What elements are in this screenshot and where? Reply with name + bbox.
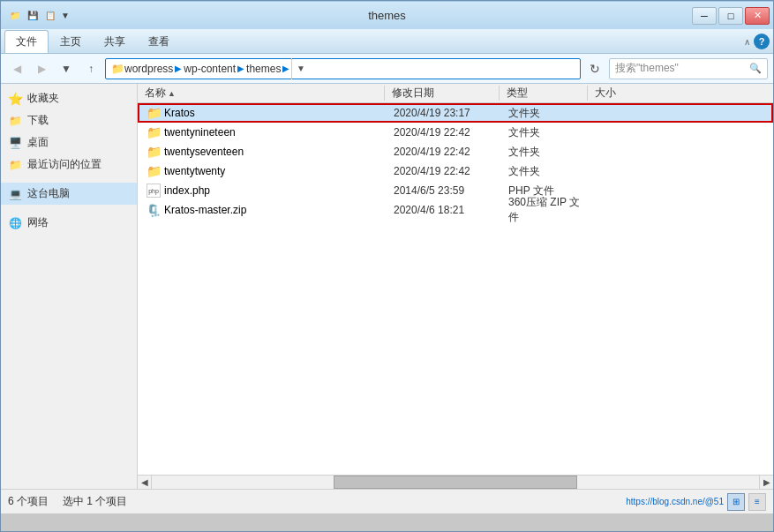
sidebar-item-thispc[interactable]: 💻 这台电脑 <box>1 183 137 205</box>
col-header-name[interactable]: 名称 ▲ <box>138 86 385 101</box>
item-count: 6 个项目 <box>8 494 49 509</box>
sidebar-item-favorites[interactable]: ⭐ 收藏夹 <box>1 87 137 109</box>
sidebar-label-favorites: 收藏夹 <box>27 91 59 106</box>
sidebar-item-recent[interactable]: 📁 最近访问的位置 <box>1 154 137 176</box>
tab-home[interactable]: 主页 <box>49 30 93 53</box>
breadcrumb-wpcontent[interactable]: wp-content <box>184 63 236 75</box>
tab-file[interactable]: 文件 <box>4 30 49 53</box>
sidebar-label-network: 网络 <box>27 215 49 230</box>
search-icon[interactable]: 🔍 <box>749 63 762 74</box>
qa-dropdown[interactable]: ▼ <box>61 11 70 20</box>
file-row-indexphp[interactable]: php index.php 2014/6/5 23:59 PHP 文件 <box>138 181 773 200</box>
dropdown-arrow[interactable]: ▼ <box>56 58 77 79</box>
file-row-twentynineteen[interactable]: 📁 twentynineteen 2020/4/19 22:42 文件夹 <box>138 123 773 142</box>
maximize-button[interactable]: □ <box>718 7 743 25</box>
php-icon: php <box>147 184 161 198</box>
horizontal-scrollbar[interactable]: ◀ ▶ <box>138 475 773 489</box>
breadcrumb-wordpress[interactable]: wordpress <box>124 63 173 75</box>
ribbon-right: ∧ ? <box>744 34 770 53</box>
forward-button[interactable]: ▶ <box>31 58 52 79</box>
address-box[interactable]: 📁 wordpress ▶ wp-content ▶ themes ▶ ▼ <box>105 58 581 79</box>
selected-count: 选中 1 个项目 <box>63 494 127 509</box>
file-name-twentynineteen: 📁 twentynineteen <box>139 125 387 139</box>
window: 📁 💾 📋 ▼ themes ─ □ ✕ 文件 主页 共享 查看 ∧ ? ◀ ▶… <box>0 0 774 532</box>
file-name-indexphp: php index.php <box>139 184 387 198</box>
title-bar: 📁 💾 📋 ▼ themes ─ □ ✕ <box>1 1 773 29</box>
sort-arrow-icon: ▲ <box>168 89 176 98</box>
file-date-indexphp: 2014/6/5 23:59 <box>387 184 501 197</box>
file-list: 📁 Kratos 2020/4/19 23:17 文件夹 📁 twentynin… <box>138 103 773 475</box>
zip-icon: 🗜️ <box>147 203 161 217</box>
sidebar-label-desktop: 桌面 <box>27 135 49 150</box>
address-dropdown-btn[interactable]: ▼ <box>291 58 309 79</box>
file-row-twentytwenty[interactable]: 📁 twentytwenty 2020/4/19 22:42 文件夹 <box>138 161 773 181</box>
sidebar: ⭐ 收藏夹 📁 下载 🖥️ 桌面 📁 最近访问的位置 💻 这台电脑 <box>1 84 138 489</box>
sidebar-item-network[interactable]: 🌐 网络 <box>1 212 137 234</box>
file-name-kratoszip: 🗜️ Kratos-master.zip <box>139 203 387 217</box>
recent-icon: 📁 <box>8 158 22 172</box>
titlebar-icon3[interactable]: 📋 <box>43 9 57 23</box>
status-url: https://blog.csdn.ne/@51 <box>626 497 724 506</box>
search-box[interactable]: 搜索"themes" 🔍 <box>609 58 768 79</box>
status-bar: 6 个项目 选中 1 个项目 https://blog.csdn.ne/@51 … <box>1 489 773 513</box>
file-type-twentytwenty: 文件夹 <box>501 164 590 179</box>
view-details-button[interactable]: ⊞ <box>727 493 745 511</box>
refresh-button[interactable]: ↻ <box>584 58 605 79</box>
scroll-thumb[interactable] <box>334 476 576 489</box>
col-header-size[interactable]: 大小 <box>588 86 773 101</box>
titlebar-icon2[interactable]: 💾 <box>26 9 40 23</box>
scroll-track[interactable] <box>152 476 759 489</box>
up-button[interactable]: ↑ <box>80 58 101 79</box>
breadcrumb-arrow-3: ▶ <box>282 64 289 73</box>
scroll-right-button[interactable]: ▶ <box>759 476 773 490</box>
file-name-twentytwenty: 📁 twentytwenty <box>139 164 387 178</box>
sidebar-item-downloads[interactable]: 📁 下载 <box>1 109 137 131</box>
window-title: themes <box>368 9 406 22</box>
file-name-kratos: 📁 Kratos <box>139 106 387 120</box>
sidebar-item-desktop[interactable]: 🖥️ 桌面 <box>1 131 137 154</box>
file-row-kratoszip[interactable]: 🗜️ Kratos-master.zip 2020/4/6 18:21 360压… <box>138 200 773 220</box>
breadcrumb-themes[interactable]: themes <box>246 63 281 75</box>
desktop-icon: 🖥️ <box>8 136 22 150</box>
file-type-twentyseventeen: 文件夹 <box>501 145 590 160</box>
column-header: 名称 ▲ 修改日期 类型 大小 <box>138 84 773 103</box>
col-header-type[interactable]: 类型 <box>500 86 588 101</box>
network-icon: 🌐 <box>8 216 22 230</box>
sidebar-label-downloads: 下载 <box>27 113 49 128</box>
file-area: 名称 ▲ 修改日期 类型 大小 📁 Kratos 2020/4/19 23:17… <box>138 84 773 489</box>
ribbon-tabs: 文件 主页 共享 查看 ∧ ? <box>1 29 773 54</box>
favorites-icon: ⭐ <box>8 92 22 106</box>
search-placeholder: 搜索"themes" <box>615 61 679 76</box>
file-name-twentyseventeen: 📁 twentyseventeen <box>139 145 387 159</box>
close-button[interactable]: ✕ <box>745 7 770 25</box>
thispc-icon: 💻 <box>8 187 22 201</box>
tab-view[interactable]: 查看 <box>137 30 181 53</box>
breadcrumb-arrow-2: ▶ <box>237 64 244 73</box>
tab-share[interactable]: 共享 <box>93 30 137 53</box>
file-date-kratos: 2020/4/19 23:17 <box>387 107 501 119</box>
scroll-left-button[interactable]: ◀ <box>138 476 152 490</box>
folder-icon-twentyseventeen: 📁 <box>147 145 161 159</box>
folder-icon-twentynineteen: 📁 <box>147 125 161 139</box>
view-list-button[interactable]: ≡ <box>748 493 766 511</box>
minimize-button[interactable]: ─ <box>692 7 717 25</box>
titlebar-icon1[interactable]: 📁 <box>8 9 22 23</box>
col-header-date[interactable]: 修改日期 <box>385 86 500 101</box>
ribbon-collapse-icon[interactable]: ∧ <box>744 37 750 47</box>
file-type-kratoszip: 360压缩 ZIP 文件 <box>501 195 590 225</box>
breadcrumb-arrow-1: ▶ <box>175 64 182 73</box>
address-bar: ◀ ▶ ▼ ↑ 📁 wordpress ▶ wp-content ▶ theme… <box>1 54 773 84</box>
file-row-twentyseventeen[interactable]: 📁 twentyseventeen 2020/4/19 22:42 文件夹 <box>138 142 773 161</box>
file-type-twentynineteen: 文件夹 <box>501 125 590 140</box>
file-date-twentytwenty: 2020/4/19 22:42 <box>387 165 501 177</box>
help-button[interactable]: ? <box>754 34 770 49</box>
file-row-kratos[interactable]: 📁 Kratos 2020/4/19 23:17 文件夹 <box>138 103 773 123</box>
title-bar-left: 📁 💾 📋 ▼ <box>8 9 70 23</box>
file-date-kratoszip: 2020/4/6 18:21 <box>387 204 501 216</box>
file-type-kratos: 文件夹 <box>501 106 590 121</box>
downloads-icon: 📁 <box>8 114 22 128</box>
folder-icon-kratos: 📁 <box>147 106 161 120</box>
back-button[interactable]: ◀ <box>6 58 27 79</box>
title-controls: ─ □ ✕ <box>692 7 770 25</box>
sidebar-label-thispc: 这台电脑 <box>27 186 70 201</box>
